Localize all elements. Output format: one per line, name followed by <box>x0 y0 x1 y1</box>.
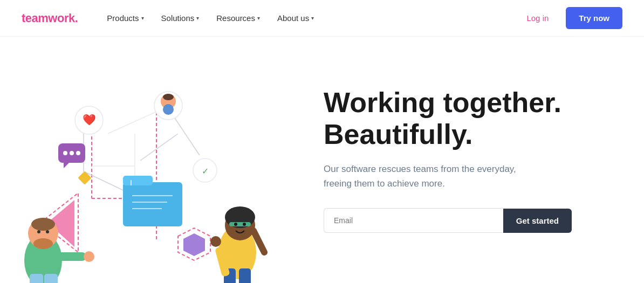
hero-title: Working together. Beautifully. <box>324 87 612 151</box>
logo-text: teamwork <box>22 11 75 25</box>
svg-point-21 <box>163 94 174 100</box>
svg-rect-24 <box>123 182 182 226</box>
nav-item-solutions[interactable]: Solutions ▾ <box>154 9 207 27</box>
logo-dot: . <box>75 11 78 25</box>
svg-marker-31 <box>183 233 205 256</box>
chevron-down-icon: ▾ <box>141 15 144 21</box>
hero-subtitle: Our software rescues teams from the ever… <box>324 162 539 191</box>
svg-point-42 <box>37 230 40 233</box>
cta-row: Get started <box>324 208 572 233</box>
main-content: ❤️ ✓ <box>0 37 644 283</box>
svg-rect-35 <box>30 274 43 283</box>
nav-links: Products ▾ Solutions ▾ Resources ▾ About… <box>99 9 518 27</box>
chevron-down-icon: ▾ <box>196 15 199 21</box>
logo[interactable]: teamwork. <box>22 11 78 25</box>
svg-rect-25 <box>123 176 153 185</box>
hero-illustration: ❤️ ✓ <box>0 37 302 283</box>
nav-item-about[interactable]: About us ▾ <box>270 9 321 27</box>
svg-point-15 <box>76 151 80 155</box>
svg-text:✓: ✓ <box>202 167 209 176</box>
nav-item-resources[interactable]: Resources ▾ <box>209 9 268 27</box>
svg-rect-46 <box>239 268 251 283</box>
svg-point-53 <box>243 223 246 226</box>
chevron-down-icon: ▾ <box>257 15 260 21</box>
svg-marker-16 <box>64 163 69 168</box>
svg-point-13 <box>63 151 67 155</box>
svg-point-14 <box>70 151 74 155</box>
nav-item-products[interactable]: Products ▾ <box>99 9 151 27</box>
svg-point-38 <box>33 238 53 249</box>
nav-actions: Log in Try now <box>518 7 622 29</box>
svg-point-41 <box>84 251 94 262</box>
email-input[interactable] <box>324 208 503 233</box>
svg-text:❤️: ❤️ <box>83 113 96 126</box>
hero-content: Working together. Beautifully. Our softw… <box>302 37 644 283</box>
svg-rect-36 <box>44 274 58 283</box>
svg-point-39 <box>31 218 55 231</box>
get-started-button[interactable]: Get started <box>503 209 572 233</box>
navbar: teamwork. Products ▾ Solutions ▾ Resourc… <box>0 0 644 37</box>
svg-point-52 <box>234 223 237 226</box>
chevron-down-icon: ▾ <box>311 15 314 21</box>
svg-point-20 <box>163 104 174 115</box>
svg-point-51 <box>210 236 221 247</box>
login-button[interactable]: Log in <box>518 9 557 27</box>
svg-rect-40 <box>57 252 86 261</box>
try-now-button[interactable]: Try now <box>566 7 622 29</box>
svg-rect-17 <box>78 171 91 184</box>
svg-rect-49 <box>229 222 251 226</box>
svg-line-8 <box>140 134 178 161</box>
svg-point-43 <box>46 230 49 233</box>
